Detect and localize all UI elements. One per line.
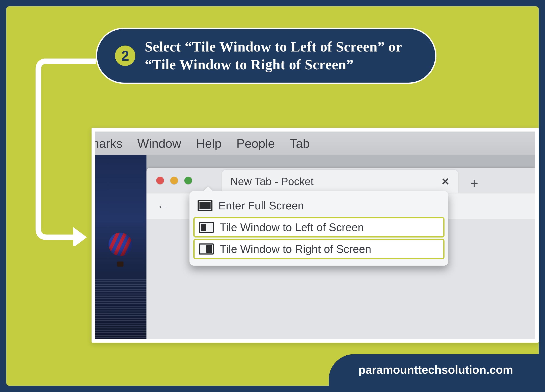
new-tab-button[interactable]: + [470,175,478,191]
fullscreen-window-button[interactable] [184,177,192,184]
close-tab-icon[interactable]: ✕ [441,176,450,188]
browser-tab[interactable]: New Tab - Pocket ✕ [222,170,458,193]
screenshot-panel: kmarks Window Help People Tab [92,128,539,343]
menu-item-enter-fullscreen[interactable]: Enter Full Screen [192,196,445,215]
desktop-wallpaper [95,155,147,339]
fullscreen-icon [198,200,212,211]
tab-title: New Tab - Pocket [230,175,314,188]
tile-right-icon [199,244,214,255]
close-window-button[interactable] [156,177,164,184]
traffic-lights [156,168,192,193]
menu-item-help[interactable]: Help [195,136,223,150]
instruction-card: 2 Select “Tile Window to Left of Screen”… [6,6,539,386]
menu-item-label: Tile Window to Left of Screen [220,221,364,234]
menu-item-people[interactable]: People [235,136,276,150]
menu-item-bookmarks[interactable]: kmarks [95,136,124,150]
step-pill: 2 Select “Tile Window to Left of Screen”… [96,28,436,84]
menu-item-tab[interactable]: Tab [288,136,311,150]
menu-item-tile-right[interactable]: Tile Window to Right of Screen [194,239,444,259]
minimize-window-button[interactable] [170,177,178,184]
tile-left-icon [199,222,214,233]
balloon-icon [109,233,132,267]
window-tiling-menu: Enter Full Screen Tile Window to Left of… [189,191,448,266]
menu-item-label: Tile Window to Right of Screen [220,243,371,255]
back-button[interactable]: ← [157,199,169,213]
screenshot-inner: kmarks Window Help People Tab [95,132,535,339]
arrow-icon [32,59,96,246]
step-number-badge: 2 [115,46,135,66]
step-instruction-text: Select “Tile Window to Left of Screen” o… [145,38,416,74]
footer-brand: paramounttechsolution.com [329,354,539,386]
menu-item-tile-left[interactable]: Tile Window to Left of Screen [194,217,444,237]
mac-menubar: kmarks Window Help People Tab [95,132,535,155]
menu-item-window[interactable]: Window [136,136,182,150]
menu-item-label: Enter Full Screen [218,199,304,212]
